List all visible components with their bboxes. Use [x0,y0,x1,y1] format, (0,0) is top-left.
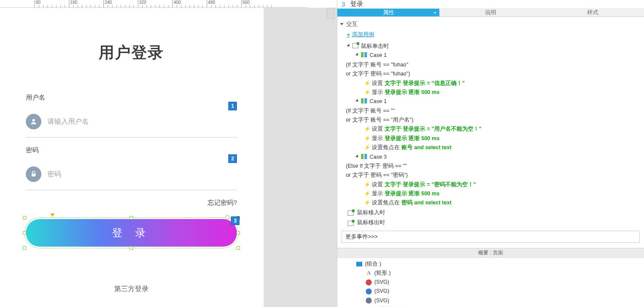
case-icon [361,52,367,57]
chevron-down-icon [340,23,344,25]
action-row[interactable]: ⚡设置焦点在 密码 and select text [341,198,642,207]
page[interactable]: 用户登录 用户名 请输入用户名 1 密码 密码 2 忘记密码? 登 录 [0,8,264,307]
outline-item[interactable]: A(矩形 ) [341,269,641,278]
case-condition: (Else If 文字于 密码 == "" [341,162,642,171]
svg-icon [366,298,372,304]
event-onmouseenter[interactable]: 鼠标移入时 [341,208,642,218]
svg-rect-1 [32,174,36,177]
case-node[interactable]: Case 1 [341,51,642,60]
scrollbar-thumb[interactable] [327,8,334,19]
bolt-icon: ⚡ [364,144,369,152]
outline-label: (SVG) [374,287,389,296]
bolt-icon: ⚡ [364,79,369,88]
outline-item[interactable]: (SVG) [341,287,641,296]
action-row[interactable]: ⚡显示 登录提示 逐渐 500 ms [341,189,642,198]
bolt-icon: ⚡ [364,190,369,198]
case-label: Case 1 [370,97,387,106]
interactions-section: 交互 + 添加用例 鼠标单击时 Case 1 (If 文字于 账号 == "fu… [337,17,644,248]
connector-handle[interactable] [50,213,55,217]
action-row[interactable]: ⚡设置 文字于 登录提示 = "用户名不能为空！" [341,125,642,134]
tab-description[interactable]: 说明 [439,9,541,17]
add-case-label: 添加用例 [352,31,374,38]
chevron-down-icon [355,53,359,57]
resize-handle[interactable] [236,231,240,235]
case-condition: or 文字于 账号 == "用户名") [341,116,642,125]
ruler-tick: 560 [241,0,242,8]
lock-icon [26,166,41,182]
rotate-handle[interactable] [225,215,230,219]
outline-item[interactable]: (SVG) [341,296,641,305]
password-field[interactable]: 密码 2 [26,166,237,190]
event-label: 鼠标移出时 [357,219,385,227]
ruler-tick: 400 [172,0,173,8]
plus-icon: + [347,31,350,38]
add-case-link[interactable]: + 添加用例 [339,29,642,42]
resize-handle[interactable] [23,246,26,250]
selection-name: 登录 [350,0,363,8]
login-button-selected[interactable]: 登 录 3 [26,219,237,247]
outline-item[interactable]: (SVG) [341,278,641,287]
canvas[interactable]: 用户登录 用户名 请输入用户名 1 密码 密码 2 忘记密码? 登 录 [0,8,337,307]
inspector-tabs: 属性 * 说明 样式 [337,9,644,17]
login-form-mock: 用户登录 用户名 请输入用户名 1 密码 密码 2 忘记密码? 登 录 [26,42,237,294]
svg-point-0 [32,119,35,122]
action-row[interactable]: ⚡显示 登录提示 逐渐 500 ms [341,134,642,143]
tab-properties[interactable]: 属性 * [337,9,439,17]
outline-label: (SVG) [374,296,389,305]
action-row[interactable]: ⚡设置焦点在 账号 and select text [341,143,642,152]
forgot-password-link[interactable]: 忘记密码? [26,199,237,207]
case-node[interactable]: Case 3 [341,153,642,162]
text-icon: A [366,269,372,278]
event-label: 鼠标单击时 [361,42,389,50]
event-onmouseleave[interactable]: 鼠标移出时 [341,218,642,228]
case-icon [361,98,367,103]
outline-item[interactable]: A符号制作 (矩形 ) [341,305,641,307]
interactions-header[interactable]: 交互 [339,19,642,29]
outline-header[interactable]: 概要 : 页面 [337,248,644,258]
chevron-down-icon [355,99,359,103]
ruler-tick: 160 [69,0,69,8]
resize-handle[interactable] [23,216,26,219]
bolt-icon: ⚡ [364,135,369,143]
tab-style[interactable]: 样式 [542,9,644,17]
username-field[interactable]: 请输入用户名 1 [26,114,237,138]
action-row[interactable]: ⚡设置 文字于 登录提示 = "信息正确！" [341,79,642,88]
action-row[interactable]: ⚡设置 文字于 登录提示 = "密码不能为空！" [341,180,642,189]
chevron-down-icon [347,44,351,47]
bolt-icon: ⚡ [364,88,369,97]
footnote-badge-1[interactable]: 1 [228,102,237,110]
event-onclick[interactable]: 鼠标单击时 [341,42,642,51]
case-condition: or 文字于 密码 == "fuhao") [341,69,642,78]
selection-index: 3 [342,0,345,8]
footnote-badge-3[interactable]: 3 [231,216,240,225]
chevron-down-icon [355,154,359,158]
resize-handle[interactable] [130,246,133,250]
tab-properties-label: 属性 [383,9,394,16]
bolt-icon: ⚡ [364,199,369,207]
ruler-tick: 320 [138,0,138,8]
page-title: 用户登录 [26,42,237,63]
outline-label: (SVG) [374,278,389,287]
bolt-icon: ⚡ [364,125,369,133]
resize-handle[interactable] [236,246,240,250]
more-events-input[interactable]: 更多事件>>> [342,231,640,243]
folder-icon [356,262,362,266]
outline-group[interactable]: (组合 ) [341,260,641,269]
case-condition: or 文字于 密码 == "密码") [341,171,642,180]
action-row[interactable]: ⚡显示 登录提示 逐渐 500 ms [341,88,642,97]
interaction-tree: 鼠标单击时 Case 1 (If 文字于 账号 == "fuhao" or 文字… [339,42,642,228]
event-icon [348,221,354,226]
event-icon [352,43,358,48]
case-label: Case 1 [370,51,387,60]
text-icon: A [366,305,372,307]
dirty-marker: * [434,10,436,17]
login-button[interactable]: 登 录 [26,219,237,247]
event-icon [348,210,354,216]
footnote-badge-2[interactable]: 2 [228,154,237,163]
outline-panel: 概要 : 页面 (组合 ) A(矩形 ) (SVG) (SVG) (SVG) A… [337,248,644,307]
case-condition: (If 文字于 账号 == "fuhao" [341,60,642,69]
case-node[interactable]: Case 1 [341,97,642,106]
user-icon [26,114,41,129]
ruler-tick: 240 [103,0,104,8]
case-condition: (If 文字于 账号 == "" [341,107,642,116]
